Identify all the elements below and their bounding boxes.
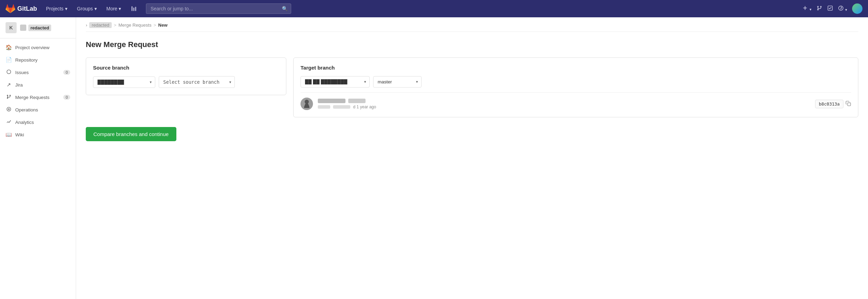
target-commit-meta: d 1 year ago xyxy=(318,99,810,109)
commit-age: d 1 year ago xyxy=(353,105,376,109)
source-namespace-select[interactable]: ████████ xyxy=(93,76,155,88)
svg-point-5 xyxy=(817,9,818,10)
nav-groups[interactable]: Groups ▾ xyxy=(74,6,100,11)
nav-projects[interactable]: Projects ▾ xyxy=(43,6,71,11)
commit-hash: b8c0313a xyxy=(815,100,843,108)
source-branch-wrapper: Select source branch ▾ xyxy=(159,76,235,88)
sidebar-item-label: Project overview xyxy=(15,45,49,50)
source-namespace-wrapper: ████████ ▾ xyxy=(93,76,155,88)
home-icon: 🏠 xyxy=(6,44,12,51)
sidebar-item-repository[interactable]: 📄 Repository xyxy=(0,54,76,66)
svg-rect-0 xyxy=(132,6,133,11)
breadcrumb-sep-2: > xyxy=(154,22,156,28)
source-branch-box: Source branch ████████ ▾ Select source b… xyxy=(86,57,286,95)
operations-icon xyxy=(6,107,12,113)
sidebar-item-project-overview[interactable]: 🏠 Project overview xyxy=(0,41,76,54)
issues-badge: 0 xyxy=(63,70,70,75)
sidebar-item-label: Wiki xyxy=(15,132,24,137)
top-navigation: GitLab Projects ▾ Groups ▾ More ▾ 🔍 ▾ ▾ xyxy=(0,0,868,17)
sidebar-item-label: Repository xyxy=(15,57,38,63)
source-branch-title: Source branch xyxy=(93,65,279,71)
commit-branch-redacted xyxy=(348,99,366,103)
user-avatar[interactable] xyxy=(852,3,862,14)
sidebar-item-jira[interactable]: ↗ Jira xyxy=(0,79,76,91)
target-branch-wrapper: master ▾ xyxy=(373,76,422,88)
sidebar-item-analytics[interactable]: Analytics xyxy=(0,116,76,128)
todo-icon[interactable] xyxy=(827,5,833,12)
sidebar-avatar: K xyxy=(6,22,17,33)
target-branch-title: Target branch xyxy=(301,65,851,71)
merge-requests-badge: 0 xyxy=(63,95,70,100)
sidebar-item-operations[interactable]: Operations xyxy=(0,103,76,116)
target-branch-selects: ██ ██ ████████ ▾ master ▾ xyxy=(301,76,851,88)
jira-icon: ↗ xyxy=(6,82,12,88)
breadcrumb: › redacted > Merge Requests > New xyxy=(86,17,858,32)
create-new-icon[interactable]: ▾ xyxy=(802,5,811,12)
wiki-icon: 📖 xyxy=(6,132,12,138)
sidebar-nav: 🏠 Project overview 📄 Repository Issues 0… xyxy=(0,38,76,144)
sidebar-item-issues[interactable]: Issues 0 xyxy=(0,66,76,79)
commit-sub-redacted-2 xyxy=(333,105,350,109)
page-title: New Merge Request xyxy=(86,40,858,49)
gitlab-wordmark: GitLab xyxy=(17,5,37,12)
sidebar-item-merge-requests[interactable]: Merge Requests 0 xyxy=(0,91,76,103)
more-chevron-icon: ▾ xyxy=(119,6,121,11)
source-branch-select[interactable]: Select source branch xyxy=(159,76,235,88)
commit-title-redacted xyxy=(318,99,345,103)
nav-activity-icon[interactable] xyxy=(127,6,140,12)
sidebar: K redacted 🏠 Project overview 📄 Reposito… xyxy=(0,17,76,299)
svg-point-12 xyxy=(7,107,10,111)
target-namespace-wrapper: ██ ██ ████████ ▾ xyxy=(301,76,370,88)
topnav-actions: ▾ ▾ xyxy=(802,3,862,14)
svg-point-11 xyxy=(7,98,8,99)
source-branch-selects: ████████ ▾ Select source branch ▾ xyxy=(93,76,279,88)
search-input[interactable] xyxy=(146,3,291,14)
target-branch-box: Target branch ██ ██ ████████ ▾ master xyxy=(293,57,858,117)
breadcrumb-merge-requests[interactable]: Merge Requests xyxy=(119,22,151,28)
search-icon: 🔍 xyxy=(282,6,288,11)
sidebar-user-info[interactable]: K redacted xyxy=(0,17,76,38)
svg-point-4 xyxy=(820,6,821,7)
svg-rect-2 xyxy=(135,7,136,11)
gitlab-logo[interactable]: GitLab xyxy=(6,4,37,13)
sidebar-item-label: Issues xyxy=(15,70,29,75)
target-namespace-select[interactable]: ██ ██ ████████ xyxy=(301,76,370,88)
search-bar: 🔍 xyxy=(146,3,291,14)
sidebar-project-icon xyxy=(20,25,26,31)
target-commit-info: d 1 year ago b8c0313a xyxy=(301,92,851,110)
gitlab-fox-icon xyxy=(6,4,15,13)
sidebar-item-label: Operations xyxy=(15,107,38,112)
sidebar-project-name: redacted xyxy=(28,25,51,31)
repository-icon: 📄 xyxy=(6,57,12,63)
target-commit-avatar xyxy=(301,98,313,110)
svg-point-13 xyxy=(8,109,9,110)
sidebar-item-label: Jira xyxy=(15,82,23,88)
compare-branches-button[interactable]: Compare branches and continue xyxy=(86,127,176,141)
breadcrumb-root[interactable]: › xyxy=(86,22,87,28)
svg-rect-1 xyxy=(133,8,135,11)
branch-section: Source branch ████████ ▾ Select source b… xyxy=(86,57,858,117)
breadcrumb-project[interactable]: redacted xyxy=(89,22,112,28)
svg-rect-16 xyxy=(848,103,851,106)
merge-requests-nav-icon[interactable] xyxy=(816,5,822,12)
breadcrumb-current: New xyxy=(158,22,168,28)
svg-point-9 xyxy=(7,95,8,96)
breadcrumb-sep-1: > xyxy=(114,22,117,28)
copy-hash-icon[interactable] xyxy=(846,101,851,107)
sidebar-item-wiki[interactable]: 📖 Wiki xyxy=(0,128,76,141)
svg-point-3 xyxy=(817,6,818,7)
main-content: › redacted > Merge Requests > New New Me… xyxy=(76,17,868,299)
sidebar-item-label: Merge Requests xyxy=(15,95,49,100)
merge-requests-icon xyxy=(6,94,12,100)
help-icon[interactable]: ▾ xyxy=(838,5,847,12)
svg-point-8 xyxy=(7,70,10,74)
projects-chevron-icon: ▾ xyxy=(65,6,67,11)
commit-hash-wrap: b8c0313a xyxy=(815,100,851,108)
svg-point-15 xyxy=(305,100,309,104)
analytics-icon xyxy=(6,119,12,125)
issues-icon xyxy=(6,69,12,75)
nav-more[interactable]: More ▾ xyxy=(103,6,125,11)
target-branch-select[interactable]: master xyxy=(373,76,422,88)
svg-point-10 xyxy=(10,95,11,96)
groups-chevron-icon: ▾ xyxy=(94,6,97,11)
